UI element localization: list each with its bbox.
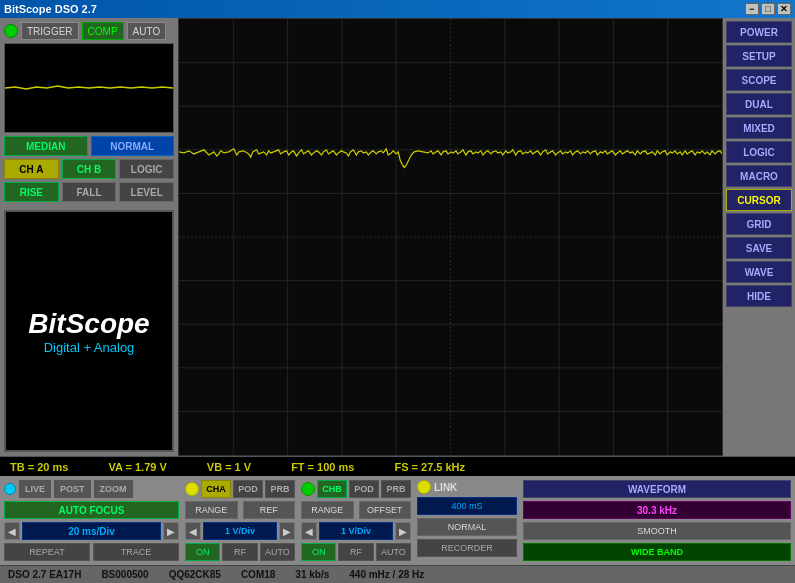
freq-value-button[interactable]: 30.3 kHz	[523, 501, 791, 519]
median-button[interactable]: MEDIAN	[4, 136, 88, 156]
cha-ref-button[interactable]: REF	[243, 501, 296, 519]
chb-range-button[interactable]: RANGE	[301, 501, 354, 519]
wave-button[interactable]: WAVE	[726, 261, 792, 283]
channel-a-group: CHA POD PRB RANGE REF ◀ 1 V/Div ▶ ON RF …	[185, 480, 295, 561]
chb-stepper-right[interactable]: ▶	[395, 522, 411, 540]
footer-item-5: 31 kb/s	[295, 569, 329, 580]
rise-button[interactable]: RISE	[4, 182, 59, 202]
auto-focus-button[interactable]: AUTO FOCUS	[4, 501, 179, 519]
cha-sub-row: ON RF AUTO	[185, 543, 295, 561]
vb-value: VB = 1 V	[207, 461, 251, 473]
comp-button[interactable]: COMP	[82, 22, 124, 40]
bottom-controls: LIVE POST ZOOM AUTO FOCUS ◀ 20 ms/Div ▶ …	[0, 476, 795, 565]
chb-offset-button[interactable]: OFFSET	[359, 501, 412, 519]
grid-button[interactable]: GRID	[726, 213, 792, 235]
cha-stepper-right[interactable]: ▶	[279, 522, 295, 540]
stepper-value: 20 ms/Div	[22, 522, 161, 540]
chb-pod-button[interactable]: POD	[349, 480, 379, 498]
cha-stepper-left[interactable]: ◀	[185, 522, 201, 540]
trace-button[interactable]: TRACE	[93, 543, 179, 561]
chb-on-button[interactable]: ON	[301, 543, 336, 561]
bitscope-logo: BitScope Digital + Analog	[4, 210, 174, 452]
cha-auto-button[interactable]: AUTO	[260, 543, 295, 561]
close-button[interactable]: ✕	[777, 3, 791, 15]
footer-item-6: 440 mHz / 28 Hz	[349, 569, 424, 580]
repeat-button[interactable]: REPEAT	[4, 543, 90, 561]
cha-on-button[interactable]: ON	[185, 543, 220, 561]
link-time-button[interactable]: 400 mS	[417, 497, 517, 515]
waveform-button[interactable]: WAVEFORM	[523, 480, 791, 498]
cha-label-row: CHA POD PRB	[185, 480, 295, 498]
chb-indicator	[301, 482, 315, 496]
minimize-button[interactable]: −	[745, 3, 759, 15]
setup-button[interactable]: SETUP	[726, 45, 792, 67]
save-button[interactable]: SAVE	[726, 237, 792, 259]
cha-rf-button[interactable]: RF	[222, 543, 257, 561]
main-container: TRIGGER COMP AUTO MEDIAN NORMAL CH A CH …	[0, 18, 795, 583]
chb-div-value: 1 V/Div	[319, 522, 393, 540]
bottom-right-group: LINK 400 mS NORMAL RECORDER WAVEFORM 30.…	[417, 480, 791, 561]
chb-prb-button[interactable]: PRB	[381, 480, 411, 498]
mode-row-3: RISE FALL LEVEL	[4, 182, 174, 202]
macro-button[interactable]: MACRO	[726, 165, 792, 187]
power-button[interactable]: POWER	[726, 21, 792, 43]
chb-rf-button[interactable]: RF	[338, 543, 373, 561]
preview-waveform	[5, 44, 173, 132]
dual-button[interactable]: DUAL	[726, 93, 792, 115]
cha-div-stepper: ◀ 1 V/Div ▶	[185, 522, 295, 540]
cha-indicator	[185, 482, 199, 496]
footer-item-4: COM18	[241, 569, 275, 580]
chb-auto-button[interactable]: AUTO	[376, 543, 411, 561]
scope-button[interactable]: SCOPE	[726, 69, 792, 91]
app-title: BitScope DSO 2.7	[4, 3, 97, 15]
recorder-button[interactable]: RECORDER	[417, 539, 517, 557]
stepper-right-button[interactable]: ▶	[163, 522, 179, 540]
link-normal-button[interactable]: NORMAL	[417, 518, 517, 536]
maximize-button[interactable]: □	[761, 3, 775, 15]
trigger-button[interactable]: TRIGGER	[21, 22, 79, 40]
logic-mode-button[interactable]: LOGIC	[119, 159, 174, 179]
footer-item-3: QQ62CK85	[169, 569, 221, 580]
chb-label-row: CHB POD PRB	[301, 480, 411, 498]
status-bar: TB = 20 ms VA = 1.79 V VB = 1 V FT = 100…	[0, 456, 795, 476]
chb-stepper-left[interactable]: ◀	[301, 522, 317, 540]
logic-button[interactable]: LOGIC	[726, 141, 792, 163]
cha-range-button[interactable]: RANGE	[185, 501, 238, 519]
footer: DSO 2.7 EA17H BS000500 QQ62CK85 COM18 31…	[0, 565, 795, 583]
channel-b-group: CHB POD PRB RANGE OFFSET ◀ 1 V/Div ▶ ON …	[301, 480, 411, 561]
live-button[interactable]: LIVE	[19, 480, 51, 498]
auto-button[interactable]: AUTO	[127, 22, 167, 40]
mode-row-1: MEDIAN NORMAL	[4, 136, 174, 156]
cha-pod-button[interactable]: POD	[233, 480, 263, 498]
scope-display	[178, 18, 723, 456]
left-panel: TRIGGER COMP AUTO MEDIAN NORMAL CH A CH …	[0, 18, 178, 456]
live-row: LIVE POST ZOOM	[4, 480, 179, 498]
normal-button[interactable]: NORMAL	[91, 136, 175, 156]
wideband-button[interactable]: WIDE BAND	[523, 543, 791, 561]
mixed-button[interactable]: MIXED	[726, 117, 792, 139]
cha-prb-button[interactable]: PRB	[265, 480, 295, 498]
autofocus-row: AUTO FOCUS	[4, 501, 179, 519]
level-button[interactable]: LEVEL	[119, 182, 174, 202]
chb-range-row: RANGE OFFSET	[301, 501, 411, 519]
va-value: VA = 1.79 V	[108, 461, 166, 473]
chb-button[interactable]: CHB	[317, 480, 347, 498]
link-label: LINK	[434, 482, 457, 493]
zoom-button[interactable]: ZOOM	[94, 480, 133, 498]
title-bar: BitScope DSO 2.7 − □ ✕	[0, 0, 795, 18]
cha-div-value: 1 V/Div	[203, 522, 277, 540]
smooth-button[interactable]: SMOOTH	[523, 522, 791, 540]
fall-button[interactable]: FALL	[62, 182, 117, 202]
trigger-row: TRIGGER COMP AUTO	[4, 22, 174, 40]
chb-mode-button[interactable]: CH B	[62, 159, 117, 179]
ft-value: FT = 100 ms	[291, 461, 354, 473]
cha-mode-button[interactable]: CH A	[4, 159, 59, 179]
hide-button[interactable]: HIDE	[726, 285, 792, 307]
cha-button[interactable]: CHA	[201, 480, 231, 498]
chb-sub-row: ON RF AUTO	[301, 543, 411, 561]
stepper-left-button[interactable]: ◀	[4, 522, 20, 540]
trigger-indicator	[4, 24, 18, 38]
fs-value: FS = 27.5 kHz	[394, 461, 465, 473]
post-button[interactable]: POST	[54, 480, 91, 498]
cursor-button[interactable]: CURSOR	[726, 189, 792, 211]
